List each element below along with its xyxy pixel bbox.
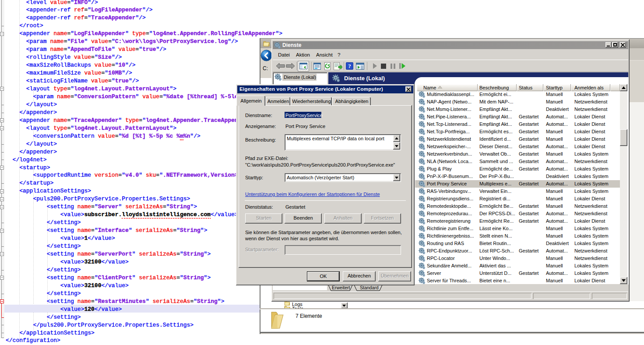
svg-text:?: ?: [348, 63, 351, 69]
